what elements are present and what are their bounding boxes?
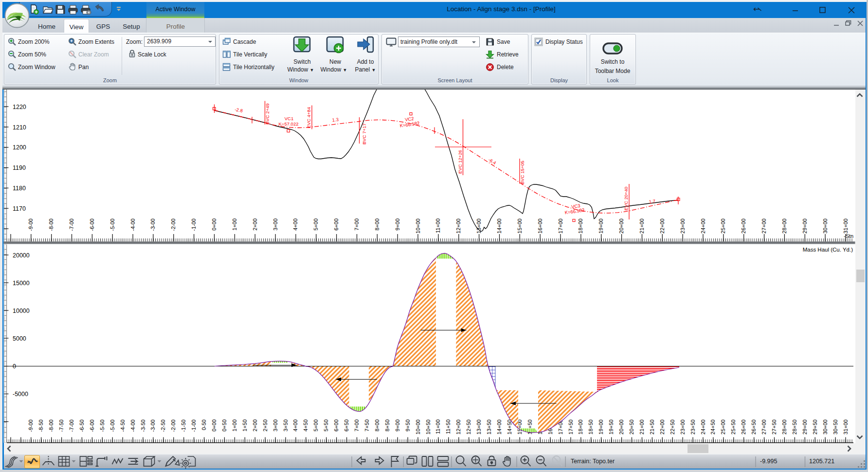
svg-text:20+00: 20+00 bbox=[618, 419, 624, 435]
svg-text:5+00: 5+00 bbox=[313, 419, 319, 432]
svg-text:30+00: 30+00 bbox=[822, 419, 828, 435]
svg-text:BVC 15+05: BVC 15+05 bbox=[520, 161, 525, 184]
svg-text:20+50: 20+50 bbox=[629, 419, 634, 435]
svg-text:29+00: 29+00 bbox=[802, 419, 808, 435]
svg-text:24+00: 24+00 bbox=[700, 419, 706, 435]
svg-text:28+00: 28+00 bbox=[781, 419, 787, 435]
svg-text:-9-00: -9-00 bbox=[28, 218, 34, 231]
svg-text:25+00: 25+00 bbox=[720, 419, 726, 435]
svg-text:2+00: 2+00 bbox=[252, 218, 258, 231]
svg-text:28+50: 28+50 bbox=[792, 419, 797, 435]
svg-text:8+00: 8+00 bbox=[374, 218, 380, 231]
svg-text:-7-00: -7-00 bbox=[69, 218, 74, 231]
svg-text:23+50: 23+50 bbox=[690, 419, 696, 435]
svg-text:-8-00: -8-00 bbox=[48, 218, 54, 231]
svg-text:16+00: 16+00 bbox=[537, 218, 543, 234]
svg-text:4+00: 4+00 bbox=[292, 218, 298, 231]
svg-text:2+50: 2+50 bbox=[262, 419, 268, 432]
svg-text:11+00: 11+00 bbox=[435, 419, 441, 434]
svg-text:21+00: 21+00 bbox=[639, 218, 645, 234]
svg-text:22+00: 22+00 bbox=[659, 218, 665, 234]
svg-text:1210: 1210 bbox=[13, 124, 26, 131]
svg-text:EVC 12+26: EVC 12+26 bbox=[457, 150, 463, 174]
svg-text:31+00: 31+00 bbox=[843, 419, 849, 435]
svg-text:6+50: 6+50 bbox=[344, 419, 349, 432]
svg-text:1.7: 1.7 bbox=[649, 199, 655, 204]
svg-text:-4-00: -4-00 bbox=[130, 419, 136, 432]
svg-text:13+00: 13+00 bbox=[476, 419, 482, 435]
svg-text:-6-50: -6-50 bbox=[79, 419, 85, 432]
svg-text:EVC 20+40: EVC 20+40 bbox=[623, 187, 629, 211]
svg-text:24+00: 24+00 bbox=[700, 218, 706, 234]
svg-text:-4-50: -4-50 bbox=[120, 419, 126, 432]
svg-text:1200: 1200 bbox=[13, 144, 26, 151]
svg-text:-5-00: -5-00 bbox=[109, 218, 115, 231]
svg-text:11+00: 11+00 bbox=[435, 218, 441, 233]
svg-text:4+50: 4+50 bbox=[303, 419, 308, 432]
svg-text:8+00: 8+00 bbox=[374, 419, 380, 432]
svg-text:28+00: 28+00 bbox=[781, 218, 787, 234]
svg-text:26+00: 26+00 bbox=[741, 419, 746, 435]
svg-text:-2-50: -2-50 bbox=[160, 419, 166, 432]
svg-text:29+00: 29+00 bbox=[802, 218, 808, 234]
svg-text:0+50: 0+50 bbox=[221, 419, 227, 432]
svg-text:14+00: 14+00 bbox=[496, 218, 502, 234]
svg-text:17+00: 17+00 bbox=[558, 218, 563, 234]
svg-text:-9-00: -9-00 bbox=[28, 419, 34, 432]
svg-text:Mass Haul (Cu. Yd.): Mass Haul (Cu. Yd.) bbox=[803, 247, 853, 253]
svg-text:15+00: 15+00 bbox=[517, 218, 523, 234]
svg-text:6+00: 6+00 bbox=[333, 218, 339, 231]
svg-text:EVC 4+84: EVC 4+84 bbox=[306, 107, 311, 128]
svg-text:1220: 1220 bbox=[13, 104, 26, 110]
svg-text:-6-00: -6-00 bbox=[89, 218, 95, 231]
svg-text:8+50: 8+50 bbox=[384, 419, 390, 432]
svg-text:19+00: 19+00 bbox=[598, 218, 604, 234]
svg-text:2+00: 2+00 bbox=[252, 419, 258, 432]
svg-text:1180: 1180 bbox=[13, 185, 26, 192]
svg-text:-8-00: -8-00 bbox=[48, 419, 54, 432]
svg-text:5+00: 5+00 bbox=[313, 218, 319, 231]
svg-text:0-50: 0-50 bbox=[201, 419, 207, 430]
svg-text:7+50: 7+50 bbox=[364, 419, 370, 432]
svg-text:1+00: 1+00 bbox=[232, 419, 237, 432]
svg-text:22+00: 22+00 bbox=[659, 419, 665, 435]
svg-text:23+00: 23+00 bbox=[680, 218, 686, 234]
svg-text:9+00: 9+00 bbox=[395, 419, 400, 432]
svg-text:20000: 20000 bbox=[13, 252, 30, 259]
svg-text:10000: 10000 bbox=[13, 308, 30, 314]
svg-text:11+50: 11+50 bbox=[445, 419, 451, 434]
svg-text:-3-00: -3-00 bbox=[150, 218, 156, 231]
svg-text:29+50: 29+50 bbox=[812, 419, 818, 435]
svg-text:9+50: 9+50 bbox=[405, 419, 411, 432]
svg-text:31+00: 31+00 bbox=[843, 218, 849, 234]
svg-text:-4-00: -4-00 bbox=[130, 218, 136, 231]
svg-text:1+00: 1+00 bbox=[232, 218, 237, 231]
svg-text:1190: 1190 bbox=[13, 164, 26, 171]
svg-text:-3-00: -3-00 bbox=[150, 419, 156, 432]
svg-text:-5-00: -5-00 bbox=[109, 419, 115, 432]
svg-text:0+00: 0+00 bbox=[211, 218, 217, 231]
svg-text:14+00: 14+00 bbox=[496, 419, 502, 435]
svg-text:-Stn: -Stn bbox=[844, 233, 853, 239]
svg-text:10+00: 10+00 bbox=[415, 419, 421, 435]
svg-text:1.3: 1.3 bbox=[332, 117, 339, 123]
svg-text:3+00: 3+00 bbox=[272, 218, 278, 231]
svg-text:7+00: 7+00 bbox=[354, 419, 360, 432]
svg-text:3+00: 3+00 bbox=[272, 419, 278, 432]
svg-text:30+00: 30+00 bbox=[822, 218, 828, 234]
svg-text:7+00: 7+00 bbox=[354, 218, 360, 231]
svg-text:12+00: 12+00 bbox=[455, 419, 461, 435]
svg-text:-7-00: -7-00 bbox=[69, 419, 74, 432]
svg-text:18+00: 18+00 bbox=[578, 419, 583, 435]
svg-text:-2-00: -2-00 bbox=[170, 218, 176, 231]
svg-text:27+00: 27+00 bbox=[761, 218, 767, 234]
svg-text:-8-50: -8-50 bbox=[38, 419, 44, 432]
svg-text:-1-00: -1-00 bbox=[191, 218, 197, 231]
svg-text:27+00: 27+00 bbox=[761, 419, 767, 435]
svg-text:1+50: 1+50 bbox=[242, 419, 248, 432]
svg-text:10+00: 10+00 bbox=[415, 218, 421, 234]
svg-text:12+50: 12+50 bbox=[466, 419, 471, 435]
svg-text:BVC 2+49: BVC 2+49 bbox=[265, 103, 270, 125]
svg-text:-1-50: -1-50 bbox=[181, 419, 186, 432]
svg-text:26+00: 26+00 bbox=[741, 218, 746, 234]
